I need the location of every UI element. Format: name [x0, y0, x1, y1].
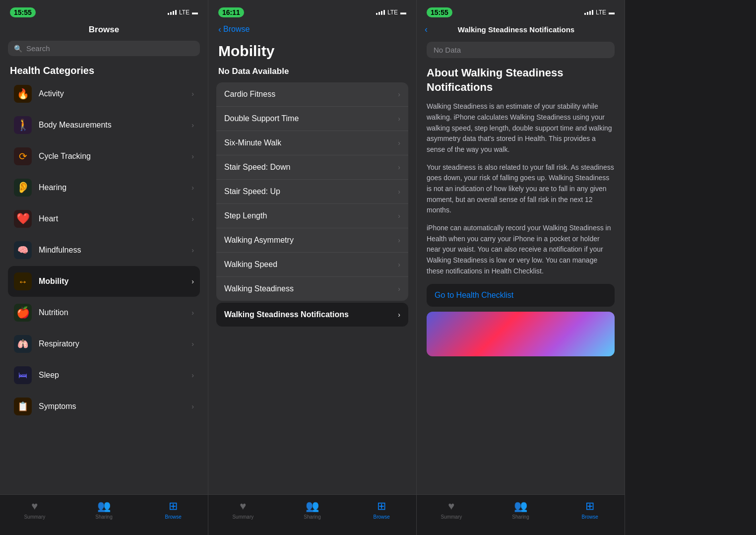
status-bar-1: 15:55 LTE ▬	[0, 0, 208, 22]
chevron-walking-steadiness: ›	[398, 285, 400, 293]
mobility-label-walking-asym: Walking Asymmetry	[224, 236, 398, 245]
tab-sharing-2[interactable]: 👥 Sharing	[278, 500, 347, 520]
category-item-body[interactable]: 🚶 Body Measurements ›	[8, 110, 200, 140]
mobility-label-sixmin: Six-Minute Walk	[224, 138, 398, 147]
phone-2: 16:11 LTE ▬ ‹ Browse Mobility No Data Av…	[208, 0, 417, 535]
category-item-nutrition[interactable]: 🍎 Nutrition ›	[8, 297, 200, 328]
category-item-heart[interactable]: ❤️ Heart ›	[8, 203, 200, 234]
signal-bars-3	[584, 10, 593, 15]
category-label-symptoms: Symptoms	[39, 402, 191, 411]
chevron-symptoms: ›	[191, 402, 194, 410]
mindfulness-icon: 🧠	[14, 241, 32, 259]
mobility-item-walking-asym[interactable]: Walking Asymmetry ›	[216, 228, 408, 252]
mobility-label-cardio: Cardio Fitness	[224, 90, 398, 99]
mobility-item-sixmin[interactable]: Six-Minute Walk ›	[216, 131, 408, 155]
mobility-label-stair-up: Stair Speed: Up	[224, 187, 398, 196]
category-item-activity[interactable]: 🔥 Activity ›	[8, 78, 200, 109]
tab-sharing-label-1: Sharing	[95, 514, 112, 520]
tab-sharing-1[interactable]: 👥 Sharing	[69, 500, 139, 520]
tab-summary-1[interactable]: ♥ Summary	[0, 500, 69, 520]
chevron-walking-notifications: ›	[398, 311, 400, 319]
tab-bar-3: ♥ Summary 👥 Sharing ⊞ Browse	[417, 494, 625, 535]
tab-bar-1: ♥ Summary 👥 Sharing ⊞ Browse	[0, 494, 208, 535]
category-item-symptoms[interactable]: 📋 Symptoms ›	[8, 391, 200, 422]
signal-bars-2	[376, 10, 385, 15]
search-placeholder: Search	[26, 44, 50, 53]
mobility-label-step: Step Length	[224, 211, 398, 220]
mobility-item-step[interactable]: Step Length ›	[216, 203, 408, 228]
status-time-3: 15:55	[427, 7, 452, 17]
tab-sharing-icon-2: 👥	[306, 500, 319, 513]
mobility-label-double: Double Support Time	[224, 114, 398, 123]
chevron-walking-speed: ›	[398, 261, 400, 268]
mobility-list: Cardio Fitness › Double Support Time › S…	[208, 82, 416, 327]
status-bar-3: 15:55 LTE ▬	[417, 0, 625, 22]
category-label-mindfulness: Mindfulness	[39, 246, 191, 255]
mobility-item-stair-down[interactable]: Stair Speed: Down ›	[216, 155, 408, 179]
category-label-cycle: Cycle Tracking	[39, 152, 191, 161]
tab-summary-label-3: Summary	[441, 514, 462, 520]
category-label-hearing: Hearing	[39, 183, 191, 192]
category-item-respiratory[interactable]: 🫁 Respiratory ›	[8, 329, 200, 359]
phone-3: 15:55 LTE ▬ ‹ Walking Steadiness Notific…	[417, 0, 625, 535]
mobility-item-stair-up[interactable]: Stair Speed: Up ›	[216, 179, 408, 203]
nav-bar-3: ‹ Walking Steadiness Notifications	[417, 22, 625, 38]
chevron-cycle: ›	[191, 152, 194, 160]
tab-summary-icon-3: ♥	[448, 500, 454, 513]
tab-summary-icon-2: ♥	[240, 500, 246, 513]
section-heading: Health Categories	[0, 61, 208, 78]
detail-content: No Data About Walking Steadiness Notific…	[417, 38, 625, 494]
mobility-item-walking-notifications[interactable]: Walking Steadiness Notifications ›	[216, 303, 408, 327]
status-time-2: 16:11	[218, 7, 244, 17]
tab-browse-3[interactable]: ⊞ Browse	[555, 500, 625, 520]
category-item-hearing[interactable]: 👂 Hearing ›	[8, 172, 200, 203]
mobility-icon: ↔	[14, 272, 32, 290]
category-item-cycle[interactable]: ⟳ Cycle Tracking ›	[8, 141, 200, 172]
category-label-nutrition: Nutrition	[39, 308, 191, 317]
tab-browse-icon-1: ⊞	[169, 500, 178, 513]
about-text-3: iPhone can automatically record your Wal…	[427, 223, 615, 276]
mobility-item-cardio[interactable]: Cardio Fitness ›	[216, 82, 408, 106]
search-icon: 🔍	[14, 45, 22, 53]
back-chevron-2: ‹	[218, 25, 221, 34]
back-button-3[interactable]: ‹	[425, 25, 428, 34]
status-icons-1: LTE ▬	[168, 9, 198, 16]
tab-sharing-3[interactable]: 👥 Sharing	[486, 500, 556, 520]
mobility-item-walking-speed[interactable]: Walking Speed ›	[216, 252, 408, 276]
tab-summary-2[interactable]: ♥ Summary	[208, 500, 278, 520]
activity-icon: 🔥	[14, 85, 32, 103]
mobility-label-walking-notifications: Walking Steadiness Notifications	[224, 310, 398, 319]
chevron-double: ›	[398, 115, 400, 123]
network-type-2: LTE	[387, 9, 398, 16]
phone2-content: Mobility No Data Available Cardio Fitnes…	[208, 38, 416, 494]
chevron-stair-up: ›	[398, 188, 400, 196]
back-button-2[interactable]: ‹ Browse	[218, 25, 406, 34]
category-label-activity: Activity	[39, 89, 191, 98]
no-data-badge: No Data	[427, 42, 615, 58]
category-item-mobility[interactable]: ↔ Mobility ›	[8, 266, 200, 297]
tab-sharing-label-2: Sharing	[304, 514, 320, 520]
mobility-item-walking-steadiness[interactable]: Walking Steadiness ›	[216, 276, 408, 301]
chevron-walking-asym: ›	[398, 236, 400, 244]
back-chevron-3: ‹	[425, 25, 428, 34]
mobility-item-double[interactable]: Double Support Time ›	[216, 106, 408, 131]
category-label-body: Body Measurements	[39, 121, 191, 130]
category-label-heart: Heart	[39, 214, 191, 223]
status-time-1: 15:55	[10, 7, 36, 17]
tab-summary-3[interactable]: ♥ Summary	[417, 500, 486, 520]
chevron-mobility: ›	[191, 277, 194, 285]
chevron-sixmin: ›	[398, 139, 400, 147]
about-text-1: Walking Steadiness is an estimate of you…	[427, 101, 615, 155]
search-bar[interactable]: 🔍 Search	[8, 41, 200, 56]
category-item-mindfulness[interactable]: 🧠 Mindfulness ›	[8, 235, 200, 266]
tab-browse-1[interactable]: ⊞ Browse	[138, 500, 208, 520]
chevron-mindfulness: ›	[191, 246, 194, 254]
category-list: 🔥 Activity › 🚶 Body Measurements › ⟳ Cyc…	[0, 78, 208, 494]
category-item-sleep[interactable]: 🛏 Sleep ›	[8, 360, 200, 391]
heart-icon: ❤️	[14, 210, 32, 228]
about-text-2: Your steadiness is also related to your …	[427, 162, 615, 216]
chevron-activity: ›	[191, 90, 194, 98]
tab-browse-2[interactable]: ⊞ Browse	[347, 500, 416, 520]
health-checklist-button[interactable]: Go to Health Checklist	[427, 284, 615, 307]
category-label-respiratory: Respiratory	[39, 339, 191, 348]
